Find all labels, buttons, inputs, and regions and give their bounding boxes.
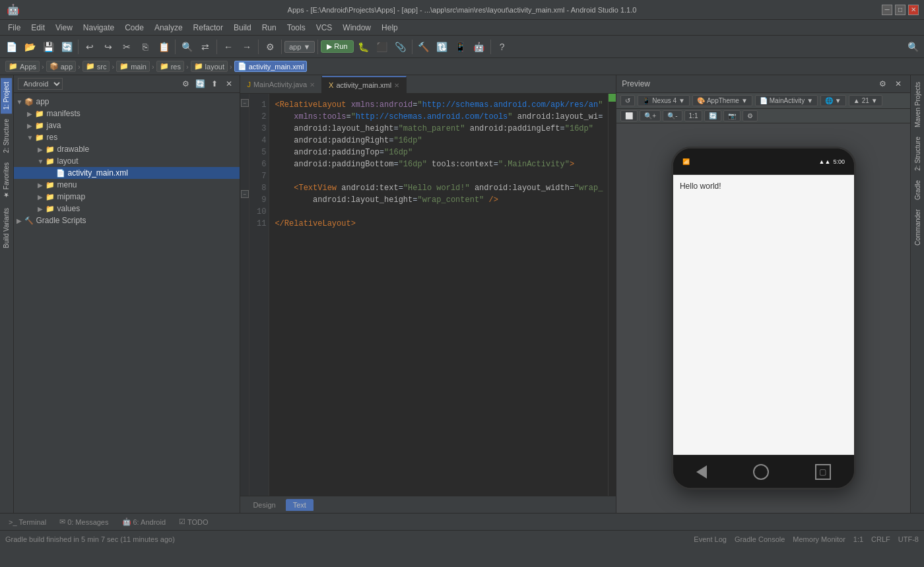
bottom-tab-messages[interactable]: ✉ 0: Messages [53,516,114,528]
bc-main[interactable]: 📁main [116,61,150,72]
tab-mainactivity[interactable]: J MainActivity.java ✕ [240,76,322,93]
preview-theme-select[interactable]: 🎨 AppTheme ▼ [692,95,752,106]
menu-item-view[interactable]: View [50,22,78,34]
menu-item-window[interactable]: Window [337,22,376,34]
preview-extra-settings[interactable]: ⚙ [742,110,758,121]
bc-src[interactable]: 📁src [82,61,110,72]
save-button[interactable]: 💾 [40,38,57,55]
code-editor[interactable]: − − 1234567891011 <RelativeLayout xmlns:… [240,94,616,496]
project-view-select[interactable]: Android Project [18,78,63,90]
redo-button[interactable]: ↪ [100,38,117,55]
menu-item-file[interactable]: File [3,22,26,34]
open-button[interactable]: 📂 [21,38,38,55]
paste-button[interactable]: 📋 [155,38,172,55]
preview-activity-select[interactable]: 📄 MainActivity ▼ [755,95,818,106]
find-button[interactable]: 🔍 [178,38,195,55]
tree-item-gradle-scripts[interactable]: ▶ 🔨 Gradle Scripts [14,215,240,226]
gradle-console-button[interactable]: Gradle Console [735,535,785,543]
sidebar-tab-project[interactable]: 1: Project [1,78,12,114]
bc-activity-main[interactable]: 📄activity_main.xml [234,61,308,72]
menu-item-code[interactable]: Code [119,22,149,34]
project-collapse-button[interactable]: ⬆ [208,77,221,90]
tree-item-layout[interactable]: ▼ 📁 layout [14,155,240,167]
sdk-manager-button[interactable]: ⚙ [261,38,279,55]
preview-locale-select[interactable]: 🌐 ▼ [820,95,846,106]
screenshot-button[interactable]: 📷 [723,110,741,121]
bc-layout[interactable]: 📁layout [191,61,228,72]
preview-device-rotate-button[interactable]: ↺ [620,95,635,106]
tab-mainactivity-close[interactable]: ✕ [310,81,315,88]
bc-res[interactable]: 📁res [156,61,184,72]
zoom-actual-button[interactable]: 1:1 [684,110,703,121]
cut-button[interactable]: ✂ [118,38,135,55]
bottom-tab-todo[interactable]: ☑ TODO [173,516,214,528]
bottom-tab-android[interactable]: 🤖 6: Android [116,516,172,528]
undo-button[interactable]: ↩ [81,38,98,55]
build-button[interactable]: 🔨 [415,38,432,55]
right-tab-gradle[interactable]: Gradle [912,176,923,204]
sidebar-tab-structure[interactable]: 2: Structure [1,115,12,157]
project-settings-button[interactable]: ⚙ [179,77,192,90]
sync-button[interactable]: 🔄 [58,38,75,55]
tree-item-activity-main[interactable]: ▶ 📄 activity_main.xml [14,167,240,179]
zoom-in-button[interactable]: 🔍+ [640,110,661,121]
menu-item-refactor[interactable]: Refactor [188,22,228,34]
preview-close-button[interactable]: ✕ [892,77,905,90]
tree-item-drawable[interactable]: ▶ 📁 drawable [14,143,240,155]
preview-api-select[interactable]: ▲ 21 ▼ [849,95,882,106]
menu-item-navigate[interactable]: Navigate [78,22,119,34]
right-tab-structure[interactable]: 2: Structure [912,133,923,175]
menu-item-build[interactable]: Build [228,22,257,34]
preview-device-select[interactable]: 📱 Nexus 4 ▼ [638,95,690,106]
close-button[interactable]: ✕ [908,5,919,15]
project-close-button[interactable]: ✕ [222,77,236,90]
tree-item-mipmap[interactable]: ▶ 📁 mipmap [14,191,240,203]
menu-item-tools[interactable]: Tools [282,22,311,34]
gradle-sync-button[interactable]: 🔃 [434,38,451,55]
tree-item-menu[interactable]: ▶ 📁 menu [14,179,240,191]
sidebar-tab-build-variants[interactable]: Build Variants [1,204,12,252]
zoom-fit-button[interactable]: ⬜ [620,110,638,121]
zoom-out-button[interactable]: 🔍- [663,110,682,121]
fold-button-1[interactable]: − [241,99,249,107]
tree-item-app[interactable]: ▼ 📦 app [14,96,240,108]
app-select-button[interactable]: app ▼ [284,41,315,53]
right-tab-commander[interactable]: Commander [912,205,923,250]
bc-apps[interactable]: 📁Apps [5,61,40,72]
code-text[interactable]: <RelativeLayout xmlns:android="http://sc… [269,94,608,496]
nav-forward-button[interactable]: → [238,38,255,55]
tree-item-values[interactable]: ▶ 📁 values [14,203,240,215]
tree-item-java[interactable]: ▶ 📁 java [14,119,240,131]
tab-activity-main-close[interactable]: ✕ [394,82,399,89]
refresh-button[interactable]: 🔄 [704,110,721,121]
menu-item-help[interactable]: Help [376,22,403,34]
replace-button[interactable]: ⇄ [197,38,214,55]
search-everywhere-button[interactable]: 🔍 [904,38,921,55]
fold-button-2[interactable]: − [241,190,249,198]
nav-back-button[interactable]: ← [220,38,237,55]
preview-settings-button[interactable]: ⚙ [876,77,889,90]
tab-text[interactable]: Text [286,499,314,511]
tab-activity-main[interactable]: X activity_main.xml ✕ [322,76,407,93]
sidebar-tab-favorites[interactable]: ★ Favorites [1,158,12,203]
tab-design[interactable]: Design [246,499,282,511]
project-sync-button[interactable]: 🔄 [193,77,207,90]
bottom-tab-terminal[interactable]: >_ Terminal [3,516,52,528]
copy-button[interactable]: ⎘ [137,38,154,55]
minimize-button[interactable]: ─ [882,5,892,15]
right-tab-maven[interactable]: Maven Projects [912,78,923,131]
avd-manager-button[interactable]: 📱 [452,38,469,55]
debug-button[interactable]: 🐛 [355,38,372,55]
bc-app[interactable]: 📦app [46,61,76,72]
run-button[interactable]: ▶ Run [321,40,353,53]
tree-item-manifests[interactable]: ▶ 📁 manifests [14,108,240,119]
menu-item-vcs[interactable]: VCS [311,22,338,34]
memory-monitor-button[interactable]: Memory Monitor [793,535,845,543]
tree-item-res[interactable]: ▼ 📁 res [14,131,240,143]
menu-item-analyze[interactable]: Analyze [149,22,188,34]
android-device-monitor-button[interactable]: 🤖 [471,38,488,55]
event-log-button[interactable]: Event Log [694,535,727,543]
menu-item-run[interactable]: Run [257,22,282,34]
stop-button[interactable]: ⬛ [374,38,391,55]
help-button[interactable]: ? [494,38,511,55]
